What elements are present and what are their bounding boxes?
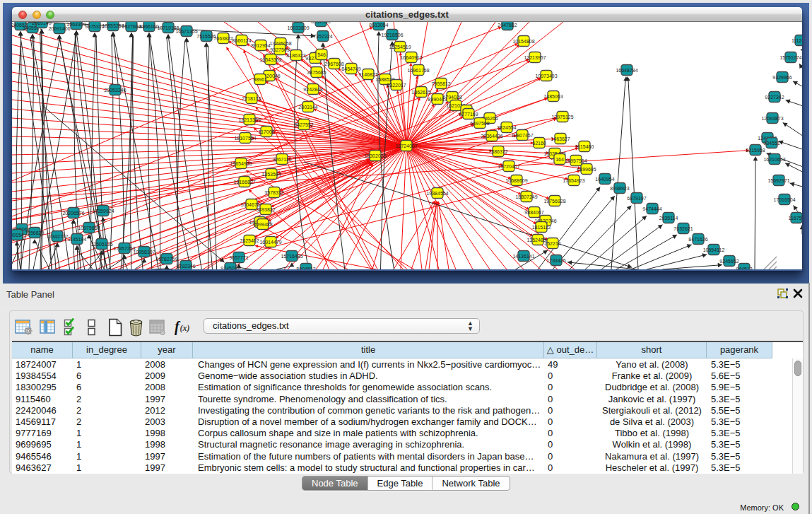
svg-text:8966160: 8966160: [139, 24, 158, 29]
svg-text:1145194: 1145194: [68, 237, 87, 242]
svg-text:3493822: 3493822: [256, 207, 275, 212]
svg-text:6899695: 6899695: [577, 167, 596, 172]
svg-text:29053346: 29053346: [104, 88, 126, 93]
svg-text:7663822: 7663822: [213, 36, 233, 41]
svg-text:16961758: 16961758: [407, 68, 429, 73]
svg-text:62160: 62160: [532, 141, 546, 146]
svg-text:10975867: 10975867: [78, 226, 100, 230]
svg-text:116753: 116753: [789, 216, 802, 221]
svg-text:16648784: 16648784: [616, 68, 637, 73]
svg-text:9245652: 9245652: [719, 259, 739, 264]
svg-text:16543362: 16543362: [259, 57, 281, 62]
svg-text:15254519: 15254519: [389, 45, 411, 49]
svg-text:8660124: 8660124: [232, 38, 251, 43]
svg-text:3578332: 3578332: [264, 190, 283, 195]
svg-text:1292346: 1292346: [176, 264, 195, 269]
svg-text:8912954: 8912954: [251, 43, 270, 48]
svg-text:12213957: 12213957: [524, 55, 546, 60]
svg-text:20206576: 20206576: [62, 211, 84, 216]
svg-text:17016504: 17016504: [773, 197, 795, 202]
svg-text:12093873: 12093873: [761, 116, 783, 121]
svg-text:1815112: 1815112: [532, 225, 551, 230]
svg-text:10973493: 10973493: [535, 74, 557, 78]
svg-text:1353594: 1353594: [261, 172, 281, 177]
svg-text:7632621: 7632621: [673, 226, 693, 231]
svg-text:2718176: 2718176: [242, 96, 261, 101]
svg-text:20691406: 20691406: [48, 26, 70, 31]
svg-text:7955812: 7955812: [431, 81, 450, 86]
svg-text:2967608: 2967608: [324, 62, 343, 66]
svg-text:7625402: 7625402: [240, 238, 259, 243]
svg-text:3824554: 3824554: [497, 125, 516, 130]
svg-text:8471626: 8471626: [688, 237, 707, 242]
svg-text:8427552: 8427552: [294, 122, 313, 127]
svg-text:9657771: 9657771: [229, 255, 248, 260]
svg-text:17359924: 17359924: [92, 209, 114, 214]
svg-text:9227342: 9227342: [765, 95, 784, 100]
svg-text:20364436: 20364436: [481, 134, 502, 139]
svg-text:9146821: 9146821: [358, 72, 377, 77]
svg-text:164: 164: [555, 157, 564, 162]
svg-text:18107554: 18107554: [234, 136, 256, 141]
svg-text:8454749: 8454749: [341, 66, 360, 71]
svg-text:10688609: 10688609: [505, 178, 527, 183]
svg-text:15720407: 15720407: [498, 164, 519, 169]
svg-text:9242848: 9242848: [303, 87, 322, 92]
svg-text:9474444: 9474444: [642, 206, 661, 211]
svg-text:8904512: 8904512: [296, 267, 315, 270]
svg-text:6794028: 6794028: [442, 95, 461, 100]
svg-text:17654923: 17654923: [563, 178, 584, 183]
svg-text:19166827: 19166827: [233, 180, 255, 185]
svg-text:19384554: 19384554: [426, 191, 448, 196]
svg-text:1063309: 1063309: [66, 22, 86, 27]
svg-text:7357224: 7357224: [313, 34, 332, 39]
svg-text:8322017: 8322017: [387, 83, 406, 88]
svg-text:12975125: 12975125: [551, 115, 573, 119]
svg-text:2069140: 2069140: [32, 22, 51, 25]
svg-text:15751074: 15751074: [779, 55, 801, 60]
svg-text:16033809: 16033809: [287, 25, 309, 30]
svg-text:7485063: 7485063: [543, 94, 563, 99]
svg-text:2803144: 2803144: [298, 105, 317, 110]
svg-text:2935114: 2935114: [659, 216, 678, 221]
svg-text:9327509: 9327509: [270, 47, 289, 52]
svg-text:3267110: 3267110: [273, 157, 292, 162]
svg-text:10958107: 10958107: [133, 250, 155, 255]
svg-text:14957564: 14957564: [565, 158, 587, 163]
svg-text:12213389: 12213389: [238, 117, 260, 122]
svg-text:1640954: 1640954: [595, 177, 614, 182]
svg-text:1463627: 1463627: [551, 136, 570, 141]
svg-text:19218506: 19218506: [381, 33, 403, 37]
svg-text:252214: 252214: [544, 241, 560, 246]
svg-text:546: 546: [317, 52, 326, 57]
svg-text:944512: 944512: [736, 267, 752, 270]
svg-text:4099488: 4099488: [253, 222, 272, 227]
svg-text:19654935: 19654935: [230, 161, 252, 166]
svg-text:39154: 39154: [12, 233, 24, 238]
svg-text:10853257: 10853257: [102, 23, 124, 28]
svg-text:16671355: 16671355: [175, 29, 197, 34]
svg-text:9115460: 9115460: [575, 144, 594, 149]
svg-text:117008: 117008: [259, 129, 275, 134]
svg-text:10046756: 10046756: [240, 202, 262, 207]
svg-text:16640910: 16640910: [400, 55, 422, 60]
svg-text:16782759: 16782759: [155, 257, 177, 262]
svg-text:12505135: 12505135: [90, 242, 112, 247]
svg-text:15302033: 15302033: [364, 153, 386, 158]
svg-text:18807249: 18807249: [515, 194, 537, 199]
svg-text:1156829: 1156829: [25, 230, 45, 235]
svg-text:98961: 98961: [253, 77, 267, 82]
svg-text:8912335: 8912335: [311, 22, 330, 24]
svg-text:15716485: 15716485: [281, 254, 302, 259]
svg-text:10154808: 10154808: [512, 39, 534, 44]
svg-text:10807457: 10807457: [511, 133, 533, 138]
svg-text:8813054: 8813054: [369, 23, 388, 28]
svg-text:17957253: 17957253: [113, 246, 135, 251]
svg-text:15692971: 15692971: [767, 178, 789, 183]
svg-text:8186323: 8186323: [286, 53, 305, 58]
svg-text:1733426: 1733426: [546, 258, 565, 263]
svg-text:1527602: 1527602: [122, 24, 141, 29]
svg-text:1112453: 1112453: [792, 38, 802, 43]
svg-text:934551: 934551: [763, 141, 779, 146]
svg-text:9245012: 9245012: [220, 266, 240, 270]
